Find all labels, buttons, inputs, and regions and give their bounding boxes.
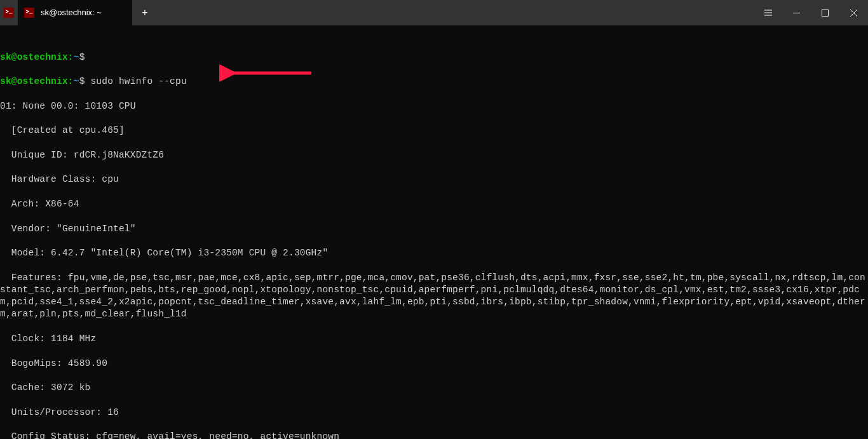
prompt-path: ~ [74,52,79,62]
maximize-icon [822,10,829,17]
output-line: [Created at cpu.465] [0,125,868,137]
command-text: sudo hwinfo --cpu [90,76,186,86]
prompt-dollar: $ [79,76,85,86]
close-icon [850,10,857,17]
window-controls [754,0,868,25]
tab-active[interactable]: >_ sk@ostechnix: ~ [18,0,132,25]
output-line: BogoMips: 4589.90 [0,358,868,370]
settings-button[interactable] [754,0,782,25]
output-line: Hardware Class: cpu [0,173,868,186]
window-titlebar: >_ >_ sk@ostechnix: ~ + [0,0,868,25]
hamburger-icon [764,10,772,16]
output-line: Model: 6.42.7 "Intel(R) Core(TM) i3-2350… [0,247,868,259]
new-tab-button[interactable]: + [132,0,158,25]
close-button[interactable] [839,0,868,25]
tab-strip: >_ >_ sk@ostechnix: ~ + [0,0,754,25]
terminal-icon: >_ [24,8,34,18]
prompt-user: sk@ostechnix [0,52,68,62]
terminal-icon: >_ [4,8,14,18]
output-line: Unique ID: rdCR.j8NaKXDZtZ6 [0,149,868,161]
output-line: Units/Processor: 16 [0,407,868,419]
minimize-icon [793,10,800,17]
output-line: Arch: X86-64 [0,198,868,210]
output-line: Features: fpu,vme,de,pse,tsc,msr,pae,mce… [0,272,868,321]
output-line: 01: None 00.0: 10103 CPU [0,100,868,112]
prompt-line: sk@ostechnix:~$ sudo hwinfo --cpu [0,76,868,88]
svg-rect-4 [822,10,829,16]
prompt-dollar: $ [79,52,85,62]
terminal-output[interactable]: sk@ostechnix:~$ sk@ostechnix:~$ sudo hwi… [0,25,868,439]
minimize-button[interactable] [782,0,811,25]
tab-dropdown[interactable]: >_ [0,0,18,25]
prompt-line: sk@ostechnix:~$ [0,51,868,64]
prompt-user: sk@ostechnix [0,76,68,86]
tab-title: sk@ostechnix: ~ [41,7,125,18]
output-line: Cache: 3072 kb [0,382,868,394]
output-line: Config Status: cfg=new, avail=yes, need=… [0,431,868,439]
output-line: Clock: 1184 MHz [0,333,868,345]
output-line: Vendor: "GenuineIntel" [0,223,868,235]
prompt-path: ~ [74,76,79,86]
maximize-button[interactable] [811,0,839,25]
